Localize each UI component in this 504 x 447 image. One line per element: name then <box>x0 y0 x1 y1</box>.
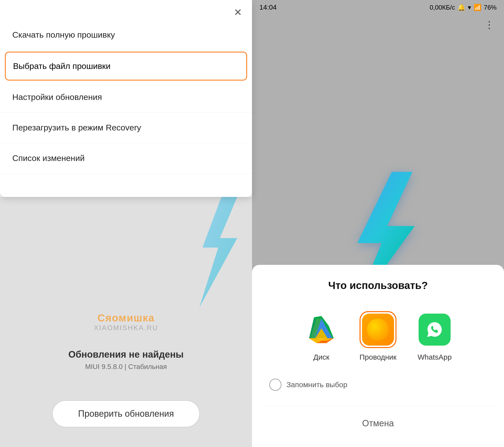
left-bottom-section: Сяомишка XIAOMISHKA.RU Обновления не най… <box>0 197 252 447</box>
dialog-title: Что использовать? <box>328 279 428 291</box>
provodnik-icon-wrapper <box>360 311 396 348</box>
provodnik-label: Проводник <box>360 353 397 361</box>
time-right: 14:04 <box>259 3 277 11</box>
cancel-button[interactable]: Отмена <box>362 418 394 428</box>
status-bar-right: 14:04 0,00КБ/с 🔔 ▾ 📶 76% <box>252 0 504 15</box>
whatsapp-logo <box>424 318 446 341</box>
svg-marker-0 <box>199 197 237 308</box>
remember-row[interactable]: Запомнить выбор <box>262 379 347 391</box>
menu-item-download[interactable]: Скачать полную прошивку <box>0 20 252 50</box>
whatsapp-icon-wrapper <box>416 311 453 348</box>
left-panel: 13:36 1,96КБ/с 🔔 ▾ 📶 69% ✕ Скачать полну… <box>0 0 252 447</box>
check-updates-button[interactable]: Проверить обновления <box>52 400 200 427</box>
speed-right: 0,00КБ/с <box>430 4 455 11</box>
menu-item-settings[interactable]: Настройки обновления <box>0 82 252 112</box>
disk-icon-wrapper <box>303 311 340 348</box>
provodnik-icon <box>362 314 394 346</box>
status-icons-right: 0,00КБ/с 🔔 ▾ 📶 76% <box>430 4 497 11</box>
dropdown-close-area: ✕ <box>0 0 252 20</box>
battery-right: 76% <box>484 4 497 11</box>
remember-label: Запомнить выбор <box>287 381 347 389</box>
app-whatsapp[interactable]: WhatsApp <box>416 311 453 361</box>
menu-item-recovery[interactable]: Перезагрузить в режим Recovery <box>0 112 252 143</box>
app-icons-row: Диск Проводник <box>303 311 453 361</box>
right-panel: 14:04 0,00КБ/с 🔔 ▾ 📶 76% ⋮ Что использ <box>252 0 504 447</box>
bottom-sheet-dialog: Что использовать? <box>252 265 504 447</box>
dropdown-menu: ✕ Скачать полную прошивку Выбрать файл п… <box>0 0 252 197</box>
app-disk[interactable]: Диск <box>303 311 340 361</box>
whatsapp-label: WhatsApp <box>418 353 451 361</box>
version-label: MIUI 9.5.8.0 | Стабильная <box>85 363 167 371</box>
no-updates-label: Обновления не найдены <box>68 349 184 360</box>
remember-radio[interactable] <box>269 379 282 391</box>
disk-label: Диск <box>313 353 329 361</box>
watermark-subtitle: XIAOMISHKA.RU <box>94 324 158 332</box>
watermark: Сяомишка XIAOMISHKA.RU <box>94 312 158 332</box>
app-provodnik[interactable]: Проводник <box>360 311 397 361</box>
wifi-icon-right: ▾ <box>468 4 471 11</box>
close-button[interactable]: ✕ <box>234 7 242 17</box>
lightning-icon-left <box>178 197 252 308</box>
menu-item-select-file[interactable]: Выбрать файл прошивки <box>5 52 247 80</box>
whatsapp-icon <box>419 314 450 346</box>
provodnik-inner-circle <box>367 318 389 341</box>
google-drive-icon <box>306 314 337 346</box>
three-dots-button[interactable]: ⋮ <box>484 20 494 30</box>
signal-icon-right: 📶 <box>473 4 481 11</box>
alarm-icon-right: 🔔 <box>457 4 465 11</box>
menu-item-changelog[interactable]: Список изменений <box>0 143 252 173</box>
watermark-title: Сяомишка <box>94 312 158 324</box>
